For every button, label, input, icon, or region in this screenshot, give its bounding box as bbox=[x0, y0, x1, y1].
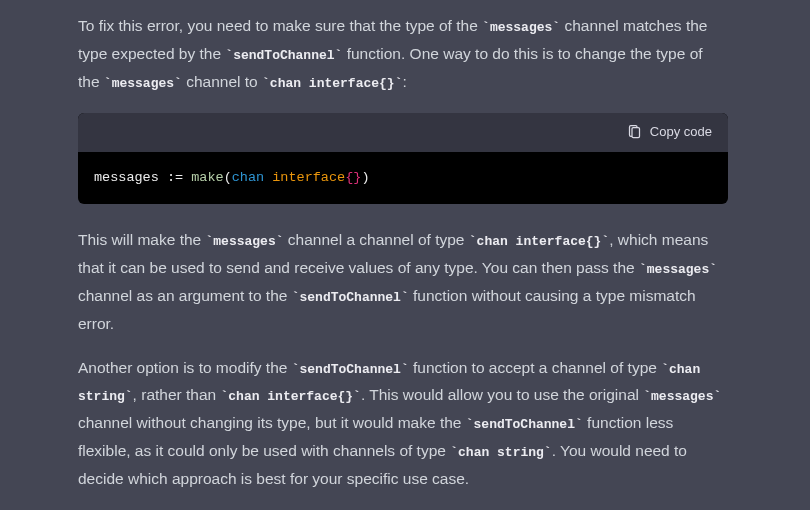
text: channel a channel of type bbox=[284, 231, 469, 248]
inline-code-messages: `messages` bbox=[104, 76, 182, 91]
paragraph-intro: To fix this error, you need to make sure… bbox=[78, 12, 728, 95]
inline-code-sendtochannel: `sendToChannel` bbox=[466, 417, 583, 432]
clipboard-icon bbox=[627, 125, 642, 140]
inline-code-chan-interface: `chan interface{}` bbox=[469, 234, 609, 249]
code-block: Copy code messages := make(chan interfac… bbox=[78, 113, 728, 204]
article-body: To fix this error, you need to make sure… bbox=[78, 12, 728, 492]
inline-code-sendtochannel: `sendToChannel` bbox=[292, 362, 409, 377]
inline-code-chan-string: `chan string` bbox=[450, 445, 551, 460]
code-token-keyword: chan bbox=[232, 170, 264, 185]
text: channel without changing its type, but i… bbox=[78, 414, 466, 431]
inline-code-messages: `messages` bbox=[205, 234, 283, 249]
text: Another option is to modify the bbox=[78, 359, 292, 376]
text: channel as an argument to the bbox=[78, 287, 292, 304]
inline-code-sendtochannel: `sendToChannel` bbox=[225, 48, 342, 63]
inline-code-messages: `messages` bbox=[482, 20, 560, 35]
inline-code-sendtochannel: `sendToChannel` bbox=[292, 290, 409, 305]
text: : bbox=[402, 73, 406, 90]
text: channel to bbox=[182, 73, 262, 90]
code-token-brace: {} bbox=[345, 170, 361, 185]
inline-code-messages: `messages` bbox=[639, 262, 717, 277]
inline-code-messages: `messages` bbox=[643, 389, 721, 404]
text: , rather than bbox=[133, 386, 221, 403]
code-token-paren: ) bbox=[361, 170, 369, 185]
text: This will make the bbox=[78, 231, 205, 248]
text: To fix this error, you need to make sure… bbox=[78, 17, 482, 34]
inline-code-chan-interface: `chan interface{}` bbox=[262, 76, 402, 91]
code-token-builtin: make bbox=[191, 170, 223, 185]
copy-code-button[interactable]: Copy code bbox=[627, 121, 712, 144]
code-token-paren: ( bbox=[224, 170, 232, 185]
code-token-op: := bbox=[167, 170, 191, 185]
code-token-type: interface bbox=[272, 170, 345, 185]
code-content: messages := make(chan interface{}) bbox=[78, 152, 728, 204]
svg-rect-0 bbox=[632, 128, 640, 138]
text: function to accept a channel of type bbox=[409, 359, 661, 376]
code-block-header: Copy code bbox=[78, 113, 728, 152]
code-token-ident: messages bbox=[94, 170, 167, 185]
text: . This would allow you to use the origin… bbox=[361, 386, 643, 403]
paragraph-alternative: Another option is to modify the `sendToC… bbox=[78, 354, 728, 492]
copy-code-label: Copy code bbox=[650, 121, 712, 144]
inline-code-chan-interface: `chan interface{}` bbox=[221, 389, 361, 404]
paragraph-explanation: This will make the `messages` channel a … bbox=[78, 226, 728, 336]
